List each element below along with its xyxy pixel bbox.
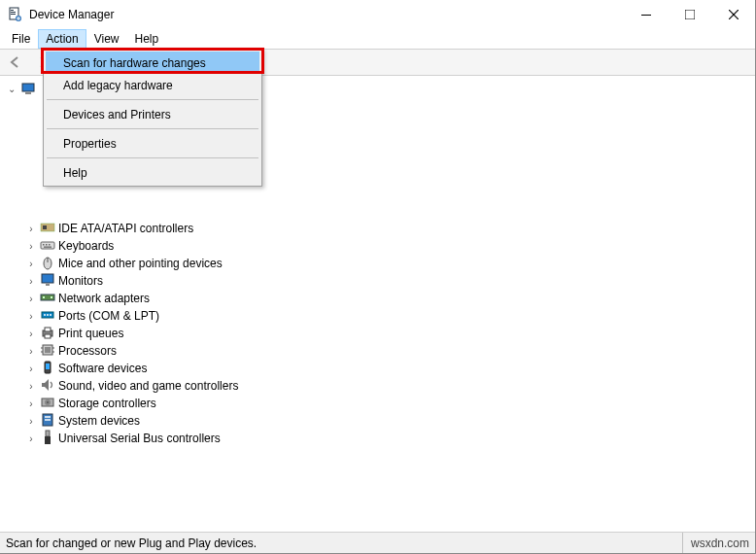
menu-separator	[47, 128, 258, 129]
tree-item-label: Mice and other pointing devices	[58, 257, 223, 270]
minimize-button[interactable]	[624, 0, 668, 29]
svg-point-51	[47, 401, 49, 403]
network-icon	[40, 290, 55, 308]
tree-item[interactable]: ›Ports (COM & LPT)	[6, 307, 755, 325]
tree-item[interactable]: ›System devices	[6, 412, 755, 430]
svg-point-36	[47, 314, 49, 316]
tree-item-label: Network adapters	[58, 292, 150, 305]
svg-rect-54	[45, 419, 51, 421]
svg-rect-55	[46, 431, 50, 436]
svg-rect-29	[42, 274, 53, 283]
svg-rect-42	[45, 347, 51, 353]
action-menu: Scan for hardware changesAdd legacy hard…	[43, 49, 262, 187]
menu-help[interactable]: Help	[127, 29, 167, 49]
expand-icon[interactable]: ›	[25, 398, 37, 409]
svg-rect-12	[25, 92, 31, 94]
expand-icon[interactable]: ›	[25, 258, 37, 269]
expand-icon[interactable]: ›	[25, 293, 37, 304]
expand-icon[interactable]: ›	[25, 328, 37, 339]
tree-item[interactable]: ›Keyboards	[6, 237, 755, 255]
menu-item[interactable]: Devices and Printers	[46, 103, 259, 125]
monitor-icon	[40, 272, 55, 291]
storage-icon	[40, 395, 55, 413]
expand-icon[interactable]: ›	[25, 415, 37, 427]
svg-rect-25	[49, 244, 51, 246]
expand-icon[interactable]: ›	[25, 310, 37, 322]
ide-icon	[40, 220, 55, 238]
tree-item-label: Software devices	[58, 362, 147, 375]
svg-rect-6	[17, 18, 20, 19]
tree-item-label: System devices	[58, 414, 140, 428]
svg-rect-11	[22, 84, 34, 91]
svg-rect-8	[685, 10, 695, 19]
expand-icon[interactable]: ›	[25, 363, 37, 374]
tree-item-label: IDE ATA/ATAPI controllers	[58, 222, 193, 235]
tree-item-label: Monitors	[58, 274, 103, 288]
expand-icon[interactable]: ›	[25, 433, 37, 444]
menu-bar: File Action View Help	[0, 29, 755, 49]
tree-item-label: Storage controllers	[58, 397, 156, 410]
menu-file[interactable]: File	[4, 29, 38, 49]
svg-rect-40	[45, 334, 51, 338]
tree-item-label: Sound, video and game controllers	[58, 379, 238, 393]
menu-item[interactable]: Add legacy hardware	[46, 74, 259, 96]
svg-rect-2	[11, 12, 16, 13]
svg-point-35	[44, 314, 46, 316]
tree-item[interactable]: ›Universal Serial Bus controllers	[6, 430, 755, 447]
window-title: Device Manager	[29, 8, 624, 21]
tree-item-label: Keyboards	[58, 239, 114, 253]
tree-item[interactable]: ›Software devices	[6, 360, 755, 377]
tree-item-label: Processors	[58, 344, 117, 358]
mouse-icon	[40, 255, 55, 273]
tree-item-label: Universal Serial Bus controllers	[58, 432, 221, 445]
status-bar: Scan for changed or new Plug and Play de…	[0, 532, 755, 553]
tree-item[interactable]: ›Sound, video and game controllers	[6, 377, 755, 395]
svg-rect-32	[43, 296, 45, 298]
close-button[interactable]	[711, 0, 755, 29]
status-text: Scan for changed or new Plug and Play de…	[6, 537, 257, 550]
software-icon	[40, 360, 55, 378]
svg-rect-56	[45, 436, 51, 444]
svg-rect-7	[641, 15, 651, 16]
expand-icon[interactable]: ›	[25, 380, 37, 392]
system-icon	[40, 412, 55, 431]
sound-icon	[40, 377, 55, 396]
menu-action[interactable]: Action	[38, 29, 86, 49]
svg-rect-48	[46, 364, 50, 369]
svg-rect-21	[43, 225, 47, 229]
maximize-button[interactable]	[668, 0, 711, 29]
expand-icon[interactable]: ›	[25, 240, 37, 252]
tree-item-label: Ports (COM & LPT)	[58, 309, 159, 323]
svg-rect-1	[11, 10, 14, 11]
expand-icon[interactable]: ›	[25, 345, 37, 357]
keyboard-icon	[40, 237, 55, 256]
tree-item[interactable]: ›Print queues	[6, 325, 755, 342]
tree-item[interactable]: ›Mice and other pointing devices	[6, 255, 755, 272]
svg-rect-23	[43, 244, 45, 246]
menu-separator	[47, 99, 258, 100]
tree-item[interactable]: ›IDE ATA/ATAPI controllers	[6, 220, 755, 237]
svg-rect-24	[46, 244, 48, 246]
app-icon	[8, 7, 23, 22]
title-bar: Device Manager	[0, 0, 755, 29]
svg-point-37	[50, 314, 52, 316]
expand-icon[interactable]: ›	[25, 223, 37, 234]
svg-rect-53	[45, 416, 51, 418]
tree-item[interactable]: ›Storage controllers	[6, 395, 755, 412]
tree-item[interactable]: ›Processors	[6, 342, 755, 360]
menu-view[interactable]: View	[86, 29, 127, 49]
printer-icon	[40, 325, 55, 343]
menu-item[interactable]: Scan for hardware changes	[46, 52, 259, 74]
expand-icon[interactable]: ›	[25, 275, 37, 287]
svg-rect-39	[45, 328, 51, 331]
cpu-icon	[40, 342, 55, 361]
svg-rect-30	[46, 284, 50, 286]
tree-item[interactable]: ›Monitors	[6, 272, 755, 290]
back-button[interactable]	[4, 51, 27, 74]
menu-separator	[47, 157, 258, 158]
menu-item[interactable]: Help	[46, 161, 259, 184]
tree-item[interactable]: ›Network adapters	[6, 290, 755, 307]
menu-item[interactable]: Properties	[46, 132, 259, 155]
collapse-icon[interactable]: ⌄	[6, 83, 17, 94]
status-right: wsxdn.com	[682, 533, 749, 553]
